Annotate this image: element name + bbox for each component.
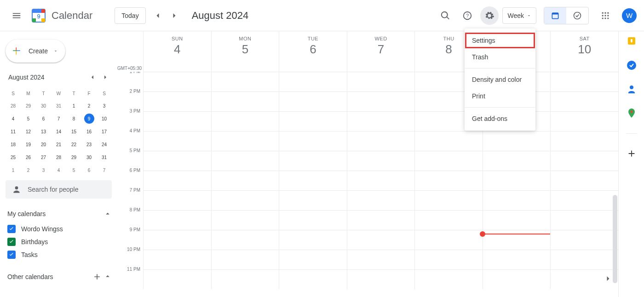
time-cell[interactable] (414, 269, 483, 289)
time-cell[interactable] (211, 210, 279, 230)
search-people-input[interactable]: Search for people (6, 180, 112, 199)
my-calendars-toggle[interactable]: My calendars (6, 210, 112, 218)
calendar-list-item[interactable]: Tasks (6, 248, 112, 261)
mini-day-cell[interactable]: 17 (97, 125, 112, 138)
view-selector[interactable]: Week (502, 7, 536, 24)
time-cell[interactable] (550, 210, 618, 230)
mini-day-cell[interactable]: 10 (97, 112, 112, 125)
time-cell[interactable] (414, 190, 483, 210)
time-cell[interactable] (414, 230, 483, 250)
time-cell[interactable] (211, 72, 279, 91)
mini-day-cell[interactable]: 28 (51, 151, 66, 164)
time-cell[interactable] (211, 131, 279, 151)
day-header[interactable]: MON5 (211, 31, 279, 72)
time-cell[interactable] (483, 131, 551, 151)
calendar-checkbox[interactable] (7, 238, 16, 246)
time-cell[interactable] (483, 171, 551, 190)
dropdown-item-print[interactable]: Print (465, 88, 535, 104)
mini-day-cell[interactable]: 7 (97, 164, 112, 177)
day-header[interactable]: TUE6 (279, 31, 347, 72)
time-cell[interactable] (279, 210, 347, 230)
mini-prev-button[interactable] (86, 71, 99, 84)
mini-day-cell[interactable]: 13 (36, 125, 51, 138)
time-cell[interactable] (143, 190, 211, 210)
mini-day-cell[interactable]: 22 (66, 138, 81, 151)
time-cell[interactable] (414, 151, 483, 171)
time-cell[interactable] (347, 72, 415, 91)
search-button[interactable] (436, 6, 454, 25)
mini-day-cell[interactable]: 23 (81, 138, 97, 151)
time-cell[interactable] (347, 269, 415, 289)
time-cell[interactable] (483, 269, 551, 289)
time-cell[interactable] (211, 151, 279, 171)
time-cell[interactable] (483, 210, 551, 230)
time-cell[interactable] (211, 190, 279, 210)
mini-day-cell[interactable]: 20 (36, 138, 51, 151)
time-cell[interactable] (550, 171, 618, 190)
time-cell[interactable] (143, 91, 211, 111)
mini-day-cell[interactable]: 14 (51, 125, 66, 138)
mini-day-cell[interactable]: 31 (97, 151, 112, 164)
time-cell[interactable] (279, 269, 347, 289)
mini-day-cell[interactable]: 26 (21, 151, 36, 164)
mini-day-cell[interactable]: 28 (6, 99, 21, 112)
mini-day-cell[interactable]: 30 (81, 151, 97, 164)
mini-day-cell[interactable]: 24 (97, 138, 112, 151)
time-cell[interactable] (143, 151, 211, 171)
mini-day-cell[interactable]: 3 (36, 164, 51, 177)
tasks-icon[interactable] (626, 60, 637, 71)
time-cell[interactable] (279, 171, 347, 190)
time-cell[interactable] (550, 230, 618, 250)
mini-day-cell[interactable]: 7 (51, 112, 66, 125)
dropdown-item-density-and-color[interactable]: Density and color (465, 71, 535, 88)
time-cell[interactable] (550, 151, 618, 171)
time-cell[interactable] (279, 111, 347, 131)
calendar-list-item[interactable]: Wordo Wingss (6, 223, 112, 235)
mini-day-cell[interactable]: 19 (21, 138, 36, 151)
mini-day-cell[interactable]: 25 (6, 151, 21, 164)
calendar-list-item[interactable]: Birthdays (6, 235, 112, 248)
mini-day-cell[interactable]: 30 (36, 99, 51, 112)
time-cell[interactable] (279, 230, 347, 250)
main-menu-button[interactable] (7, 6, 26, 25)
time-cell[interactable] (414, 131, 483, 151)
time-cell[interactable] (211, 230, 279, 250)
time-cell[interactable] (143, 230, 211, 250)
day-header[interactable]: SUN4 (143, 31, 211, 72)
mini-day-cell[interactable]: 3 (97, 99, 112, 112)
time-cell[interactable] (550, 190, 618, 210)
mini-day-cell[interactable]: 27 (36, 151, 51, 164)
mini-day-cell[interactable]: 5 (21, 112, 36, 125)
time-cell[interactable] (211, 250, 279, 269)
mini-day-cell[interactable]: 15 (66, 125, 81, 138)
calendar-checkbox[interactable] (7, 225, 16, 233)
time-cell[interactable] (143, 250, 211, 269)
time-cell[interactable] (347, 250, 415, 269)
mini-day-cell[interactable]: 29 (66, 151, 81, 164)
time-cell[interactable] (550, 91, 618, 111)
mini-day-cell[interactable]: 6 (81, 164, 97, 177)
other-calendars-toggle[interactable]: Other calendars (6, 272, 112, 281)
calendar-mode-button[interactable] (544, 7, 566, 24)
time-cell[interactable] (143, 131, 211, 151)
time-cell[interactable] (279, 131, 347, 151)
time-cell[interactable] (211, 171, 279, 190)
time-cell[interactable] (143, 269, 211, 289)
time-cell[interactable] (550, 111, 618, 131)
mini-day-cell[interactable]: 11 (6, 125, 21, 138)
time-cell[interactable] (279, 190, 347, 210)
mini-day-cell[interactable]: 12 (21, 125, 36, 138)
mini-day-cell[interactable]: 8 (66, 112, 81, 125)
keep-icon[interactable] (626, 36, 637, 47)
mini-day-cell[interactable]: 31 (51, 99, 66, 112)
mini-day-cell[interactable]: 18 (6, 138, 21, 151)
maps-icon[interactable] (626, 108, 637, 119)
time-cell[interactable] (550, 131, 618, 151)
app-logo[interactable]: 9 Calendar (29, 6, 92, 25)
day-header[interactable]: WED7 (347, 31, 415, 72)
time-cell[interactable] (143, 171, 211, 190)
time-cell[interactable] (347, 190, 415, 210)
time-cell[interactable] (347, 230, 415, 250)
time-cell[interactable] (347, 131, 415, 151)
dropdown-item-get-add-ons[interactable]: Get add-ons (465, 110, 535, 127)
